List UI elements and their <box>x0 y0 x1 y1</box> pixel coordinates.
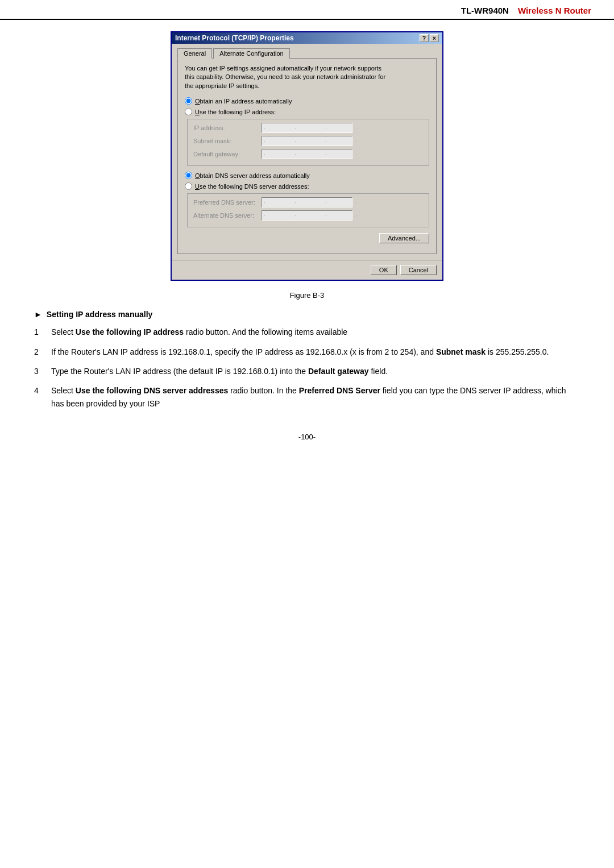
radio-manual-dns[interactable] <box>185 182 192 190</box>
gateway-label: Default gateway: <box>193 151 262 157</box>
ip-address-field[interactable]: · · · · <box>262 123 352 133</box>
tab-general[interactable]: General <box>177 48 212 59</box>
dialog-tabs: General Alternate Configuration <box>177 48 437 59</box>
subnet-mask-label: Subnet mask: <box>193 138 262 144</box>
cancel-button[interactable]: Cancel <box>400 265 437 275</box>
dialog-titlebar: Internet Protocol (TCP/IP) Properties ? … <box>172 32 442 44</box>
radio-auto-ip-label: Obtain an IP address automatically <box>195 98 292 105</box>
page-footer: -100- <box>0 421 614 452</box>
subnet-mask-row: Subnet mask: · · · · <box>193 136 423 146</box>
alternate-dns-row: Alternate DNS server: · · · · <box>193 210 423 221</box>
tab-content: You can get IP settings assigned automat… <box>177 58 437 254</box>
radio-auto-ip[interactable] <box>185 97 192 105</box>
advanced-button[interactable]: Advanced... <box>379 233 429 243</box>
gateway-row: Default gateway: · · · · <box>193 149 423 159</box>
page-number: -100- <box>298 433 316 441</box>
radio-manual-ip[interactable] <box>185 108 192 115</box>
radio-manual-dns-label: Use the following DNS server addresses: <box>195 183 309 190</box>
page-header: TL-WR940N Wireless N Router <box>0 0 614 20</box>
advanced-button-row: Advanced... <box>185 233 429 243</box>
instruction-list: 1 Select Use the following IP address ra… <box>34 326 580 410</box>
tab-alternate-config[interactable]: Alternate Configuration <box>213 48 290 59</box>
radio-manual-dns-row: Use the following DNS server addresses: <box>185 182 429 190</box>
alternate-dns-label: Alternate DNS server: <box>193 212 262 219</box>
instruction-section: ► Setting IP address manually 1 Select U… <box>34 310 580 410</box>
dialog-description: You can get IP settings assigned automat… <box>185 64 429 90</box>
ip-fields-section: IP address: · · · · Subnet mask: · · · · <box>187 119 429 166</box>
arrow-icon: ► <box>34 310 42 319</box>
ok-button[interactable]: OK <box>371 265 397 275</box>
radio-manual-ip-label: Use the following IP address: <box>195 109 276 115</box>
figure-caption: Figure B-3 <box>34 291 580 300</box>
preferred-dns-label: Preferred DNS server: <box>193 199 262 206</box>
list-item: 4 Select Use the following DNS server ad… <box>34 384 580 410</box>
model-name: TL-WR940N <box>461 6 509 15</box>
help-button[interactable]: ? <box>420 34 429 42</box>
dialog-title: Internet Protocol (TCP/IP) Properties <box>175 34 294 42</box>
header-title: Wireless N Router <box>518 6 591 15</box>
section-heading: ► Setting IP address manually <box>34 310 580 319</box>
tcp-ip-dialog: Internet Protocol (TCP/IP) Properties ? … <box>171 31 443 281</box>
list-item: 3 Type the Router's LAN IP address (the … <box>34 365 580 377</box>
radio-auto-dns-label: Obtain DNS server address automatically <box>195 172 310 179</box>
close-button[interactable]: × <box>430 34 439 42</box>
preferred-dns-row: Preferred DNS server: · · · · <box>193 197 423 207</box>
radio-auto-dns-row: Obtain DNS server address automatically <box>185 172 429 179</box>
section-heading-text: Setting IP address manually <box>47 310 152 319</box>
dialog-body: General Alternate Configuration You can … <box>172 44 442 260</box>
radio-auto-dns[interactable] <box>185 172 192 179</box>
radio-manual-ip-row: Use the following IP address: <box>185 108 429 115</box>
gateway-field[interactable]: · · · · <box>262 149 352 159</box>
titlebar-buttons: ? × <box>420 34 439 42</box>
ip-address-row: IP address: · · · · <box>193 123 423 133</box>
dialog-footer: OK Cancel <box>172 260 442 280</box>
list-item: 2 If the Router's LAN IP address is 192.… <box>34 346 580 358</box>
list-item: 1 Select Use the following IP address ra… <box>34 326 580 338</box>
subnet-mask-field[interactable]: · · · · <box>262 136 352 146</box>
alternate-dns-field[interactable]: · · · · <box>262 210 352 221</box>
preferred-dns-field[interactable]: · · · · <box>262 197 352 207</box>
radio-auto-ip-row: Obtain an IP address automatically <box>185 97 429 105</box>
main-content: Internet Protocol (TCP/IP) Properties ? … <box>0 31 614 410</box>
dns-fields-section: Preferred DNS server: · · · · Alternate … <box>187 193 429 227</box>
ip-address-label: IP address: <box>193 124 262 131</box>
